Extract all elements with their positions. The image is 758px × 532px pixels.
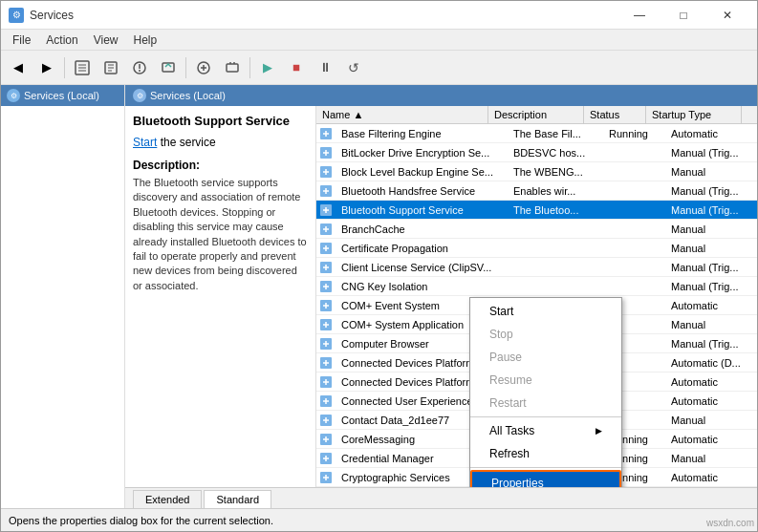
context-menu-all-tasks[interactable]: All Tasks ▶ bbox=[470, 419, 621, 442]
service-cell-startup: Manual (Trig... bbox=[665, 279, 757, 294]
toolbar-forward[interactable]: ▶ bbox=[33, 54, 60, 81]
service-cell-startup: Automatic bbox=[665, 394, 757, 409]
context-menu-properties[interactable]: Properties bbox=[470, 470, 621, 487]
toolbar-btn4[interactable] bbox=[155, 54, 182, 81]
service-cell-name: BitLocker Drive Encryption Se... bbox=[336, 145, 508, 160]
service-cell-startup: Manual (Trig... bbox=[665, 336, 757, 351]
service-cell-startup: Automatic bbox=[665, 374, 757, 390]
close-button[interactable]: ✕ bbox=[705, 1, 749, 30]
table-row[interactable]: Certificate Propagation Manual bbox=[316, 239, 757, 258]
service-cell-startup: Manual bbox=[665, 413, 757, 428]
table-row[interactable]: Block Level Backup Engine Se... The WBEN… bbox=[316, 162, 757, 181]
service-link-suffix: the service bbox=[161, 136, 216, 149]
service-list-panel[interactable]: Name ▲ Description Status Startup Type B… bbox=[316, 106, 757, 487]
context-menu-resume[interactable]: Resume bbox=[470, 369, 621, 392]
sidebar-header: ⚙ Services (Local) bbox=[1, 85, 124, 106]
tab-bar: Extended Standard bbox=[125, 487, 757, 508]
description-label: Description: bbox=[133, 159, 308, 172]
service-cell-startup: Manual bbox=[665, 241, 757, 256]
service-description: The Bluetooth service supports discovery… bbox=[133, 176, 308, 293]
svg-point-7 bbox=[139, 70, 141, 72]
service-cell-startup: Manual (Trig... bbox=[665, 260, 757, 275]
context-menu-sep2 bbox=[470, 467, 621, 468]
service-cell-desc: The Base Fil... bbox=[508, 126, 603, 141]
content-title: Services (Local) bbox=[150, 90, 226, 101]
minimize-button[interactable]: — bbox=[617, 1, 661, 30]
service-cell-name: Client License Service (ClipSV... bbox=[336, 260, 508, 275]
menu-file[interactable]: File bbox=[5, 32, 38, 49]
info-panel: Bluetooth Support Service Start the serv… bbox=[125, 106, 316, 487]
header-status[interactable]: Status bbox=[584, 106, 646, 123]
service-cell-status bbox=[603, 208, 665, 212]
toolbar-btn3[interactable] bbox=[126, 54, 153, 81]
table-row[interactable]: BitLocker Drive Encryption Se... BDESVC … bbox=[316, 143, 757, 162]
toolbar-stop[interactable]: ■ bbox=[283, 54, 310, 81]
menu-help[interactable]: Help bbox=[126, 32, 165, 49]
status-text: Opens the properties dialog box for the … bbox=[9, 515, 273, 526]
context-menu-restart[interactable]: Restart bbox=[470, 392, 621, 415]
toolbar-play[interactable]: ▶ bbox=[254, 54, 281, 81]
service-cell-name: CNG Key Isolation bbox=[336, 279, 508, 294]
window-controls: — □ ✕ bbox=[617, 1, 749, 30]
tab-extended[interactable]: Extended bbox=[133, 490, 202, 508]
service-cell-startup: Manual (Trig... bbox=[665, 202, 757, 218]
menu-view[interactable]: View bbox=[86, 32, 126, 49]
service-cell-status bbox=[603, 170, 665, 174]
main-window: ⚙ Services — □ ✕ File Action View Help ◀… bbox=[0, 0, 758, 532]
service-cell-name: Block Level Backup Engine Se... bbox=[336, 164, 508, 180]
main-content: ⚙ Services (Local) ⚙ Services (Local) Bl… bbox=[1, 85, 757, 508]
context-menu-pause[interactable]: Pause bbox=[470, 346, 621, 369]
table-row[interactable]: Client License Service (ClipSV... Manual… bbox=[316, 258, 757, 277]
toolbar-btn5[interactable] bbox=[190, 54, 217, 81]
maximize-button[interactable]: □ bbox=[661, 1, 705, 30]
context-menu-start[interactable]: Start bbox=[470, 300, 621, 323]
service-cell-startup: Manual (Trig... bbox=[665, 145, 757, 160]
service-start-link[interactable]: Start bbox=[133, 136, 157, 149]
sidebar: ⚙ Services (Local) bbox=[1, 85, 125, 508]
service-cell-desc bbox=[508, 266, 603, 269]
table-row-selected[interactable]: Bluetooth Support Service The Bluetoo...… bbox=[316, 201, 757, 220]
toolbar-restart[interactable]: ↺ bbox=[340, 54, 367, 81]
service-cell-status bbox=[603, 266, 665, 269]
toolbar-btn1[interactable] bbox=[69, 54, 96, 81]
service-cell-startup: Automatic bbox=[665, 470, 757, 485]
table-row[interactable]: CNG Key Isolation Manual (Trig... bbox=[316, 277, 757, 296]
status-bar: Opens the properties dialog box for the … bbox=[1, 508, 757, 531]
context-menu: Start Stop Pause Resume Restart All Task… bbox=[469, 297, 622, 487]
context-menu-sep1 bbox=[470, 416, 621, 417]
service-link-container: Start the service bbox=[133, 136, 308, 149]
list-header: Name ▲ Description Status Startup Type bbox=[316, 106, 757, 124]
header-startup[interactable]: Startup Type bbox=[646, 106, 742, 123]
sidebar-icon: ⚙ bbox=[7, 89, 20, 102]
table-row[interactable]: Base Filtering Engine The Base Fil... Ru… bbox=[316, 124, 757, 143]
toolbar-btn2[interactable] bbox=[97, 54, 124, 81]
sidebar-title: Services (Local) bbox=[24, 90, 99, 101]
tab-standard[interactable]: Standard bbox=[204, 490, 271, 508]
service-cell-name: BranchCache bbox=[336, 222, 508, 237]
service-cell-status bbox=[603, 151, 665, 155]
service-cell-startup: Manual bbox=[665, 164, 757, 180]
service-cell-startup: Automatic bbox=[665, 126, 757, 141]
content-header: ⚙ Services (Local) bbox=[125, 85, 757, 106]
service-cell-status bbox=[603, 189, 665, 193]
header-name[interactable]: Name ▲ bbox=[316, 106, 488, 123]
service-cell-desc: The Bluetoo... bbox=[508, 202, 603, 218]
toolbar-sep1 bbox=[64, 57, 65, 78]
watermark: wsxdn.com bbox=[706, 518, 754, 528]
service-cell-startup: Manual bbox=[665, 317, 757, 332]
service-cell-startup: Manual bbox=[665, 222, 757, 237]
table-row[interactable]: Bluetooth Handsfree Service Enables wir.… bbox=[316, 181, 757, 201]
toolbar-pause[interactable]: ⏸ bbox=[312, 54, 338, 81]
toolbar-back[interactable]: ◀ bbox=[5, 54, 32, 81]
service-cell-startup: Manual (Trig... bbox=[665, 183, 757, 199]
menu-action[interactable]: Action bbox=[38, 32, 85, 49]
context-menu-stop[interactable]: Stop bbox=[470, 323, 621, 346]
content-panel: ⚙ Services (Local) Bluetooth Support Ser… bbox=[125, 85, 757, 508]
context-menu-refresh[interactable]: Refresh bbox=[470, 442, 621, 465]
table-row[interactable]: BranchCache Manual bbox=[316, 220, 757, 239]
service-cell-desc: Enables wir... bbox=[508, 183, 603, 199]
service-cell-desc: BDESVC hos... bbox=[508, 145, 603, 160]
toolbar-sep2 bbox=[185, 57, 186, 78]
header-description[interactable]: Description bbox=[488, 106, 584, 123]
toolbar-btn6[interactable] bbox=[219, 54, 246, 81]
